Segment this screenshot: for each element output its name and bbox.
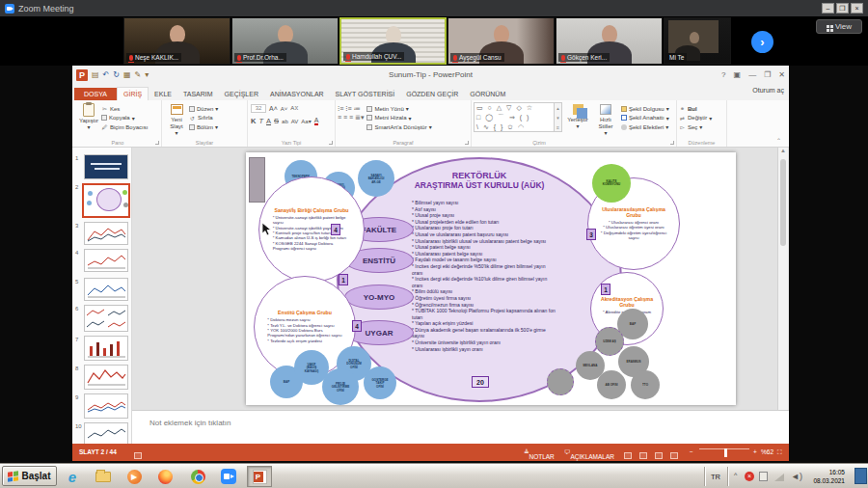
participant-video-active[interactable]: Hamdullah ÇUV... — [339, 17, 447, 65]
tab-ekle[interactable]: EKLE — [149, 88, 177, 100]
view-button[interactable]: View — [816, 19, 862, 34]
grow-font-icon[interactable]: A˄ — [269, 105, 278, 112]
gray-circle-partial[interactable] — [547, 368, 574, 395]
start-button[interactable]: Başlat — [2, 466, 57, 486]
zoom-level[interactable]: %62 — [761, 448, 773, 455]
notes-toggle[interactable]: ≜ NOTLAR — [524, 448, 529, 456]
slide-thumbnail-4[interactable] — [84, 249, 128, 272]
slide-thumbnail-5[interactable] — [84, 278, 128, 301]
restore-icon[interactable]: ❐ — [764, 70, 771, 79]
workgroup-sanayi[interactable]: Sanayi/İş Birliği Çalışma Grubu * Üniver… — [258, 176, 365, 283]
powerpoint-taskbar-icon[interactable] — [247, 466, 272, 487]
change-case-icon[interactable]: Aa▾ — [301, 118, 311, 124]
minimize-icon[interactable]: — — [748, 70, 756, 79]
slide-thumbnail-6[interactable] — [84, 305, 128, 332]
format-painter-button[interactable]: 🖉Biçim Boyacısı — [101, 123, 148, 130]
blue-circle-proje[interactable]: PROJE GELİŞTİRME OFİSİ — [322, 368, 359, 405]
shapes-scroll[interactable]: ▴▾≡ — [555, 102, 562, 132]
bullet-list-icon[interactable]: ⁝≡ ⁝≡ ≔ — [338, 105, 364, 113]
participant-video[interactable]: Ayşegül Cansu — [448, 17, 555, 65]
select-button[interactable]: ▻Seç ▾ — [679, 123, 724, 130]
hidden-icons-icon[interactable]: ^ — [734, 472, 737, 478]
minimize-icon[interactable]: – — [822, 3, 834, 14]
restore-icon[interactable]: ❐ — [836, 3, 849, 14]
font-size-box[interactable]: 32 — [251, 104, 266, 113]
text-direction-button[interactable]: Metin Yönü ▾ — [366, 105, 431, 112]
quick-styles-button[interactable]: Hızlı Stiller▾ — [593, 102, 618, 137]
badge-3[interactable]: 3 — [586, 229, 596, 240]
language-indicator[interactable]: TR — [711, 473, 720, 481]
participant-video[interactable]: Gökçen Keri... — [556, 17, 663, 65]
fit-slide-icon[interactable]: ⛶ — [777, 448, 782, 456]
underline-button[interactable]: A — [266, 117, 271, 125]
action-center-alert-icon[interactable]: × — [745, 472, 754, 481]
collapse-ribbon-icon[interactable]: ⌃ — [776, 137, 781, 144]
clear-format-icon[interactable]: A𝚡 — [290, 105, 298, 112]
redo-icon[interactable]: ↻ — [113, 70, 120, 79]
participant-video[interactable]: Neşe KAKLIK... — [123, 17, 231, 65]
zoom-taskbar-icon[interactable] — [216, 466, 241, 487]
sign-in-link[interactable]: Oturum aç — [752, 87, 784, 94]
gray-circle-uzem[interactable]: UZEM AŞ — [595, 327, 624, 356]
tray-app-icon[interactable] — [759, 472, 768, 481]
notes-pane[interactable]: Not eklemek için tıklatın — [132, 410, 789, 444]
slide-thumbnail-8[interactable] — [84, 365, 128, 390]
dialog-launcher-icon[interactable] — [329, 141, 333, 145]
file-explorer-icon[interactable] — [91, 466, 116, 487]
comments-toggle[interactable]: 🗩 AÇIKLAMALAR — [564, 448, 571, 455]
slide-thumbnail-2-selected[interactable] — [82, 183, 130, 218]
media-player-icon[interactable]: ▶ — [122, 466, 147, 487]
slide-thumbnail-7[interactable] — [84, 336, 128, 361]
gray-circle-ab[interactable]: AB OFİSİ — [597, 370, 626, 399]
cut-button[interactable]: ✂Kes — [101, 105, 148, 112]
slideshow-icon[interactable]: ▦ — [123, 70, 131, 79]
help-icon[interactable]: ? — [721, 70, 725, 79]
firefox-icon[interactable] — [152, 466, 177, 487]
tab-slayt-gosterisi[interactable]: SLAYT GÖSTERİSİ — [330, 88, 401, 100]
unit-yo-myo[interactable]: YO-MYO — [344, 285, 414, 310]
clock[interactable]: 16:05 08.03.2021 — [808, 468, 845, 485]
participant-video[interactable]: Mi Te — [664, 17, 731, 65]
ribbon-display-icon[interactable]: ▣ — [734, 70, 742, 79]
find-button[interactable]: ⚭Bul — [679, 105, 724, 112]
touch-mode-icon[interactable]: ✎ — [135, 70, 142, 79]
close-icon[interactable]: ✕ — [778, 70, 785, 79]
tab-giris[interactable]: GİRİŞ — [117, 87, 149, 100]
tab-animasyonlar[interactable]: ANİMASYONLAR — [264, 88, 330, 100]
tab-dosya[interactable]: DOSYA — [74, 88, 117, 100]
slide-thumbnail-3[interactable] — [84, 222, 128, 245]
dialog-launcher-icon[interactable] — [670, 141, 674, 145]
zoom-in-icon[interactable]: + — [753, 448, 757, 455]
zoom-slider-thumb[interactable] — [724, 448, 727, 457]
tray-blue-icon[interactable] — [854, 468, 867, 484]
zoom-out-icon[interactable]: − — [690, 448, 693, 455]
slide-thumbnail-1[interactable] — [84, 154, 128, 179]
replace-button[interactable]: ⇄Değiştir ▾ — [679, 115, 724, 122]
badge-1[interactable]: 1 — [339, 274, 348, 285]
bold-button[interactable]: K — [251, 117, 256, 125]
align-icons[interactable]: ≡ ≡ ≡ ≣▾ — [338, 114, 364, 122]
chrome-icon[interactable] — [185, 466, 210, 487]
internet-explorer-icon[interactable]: e — [60, 466, 85, 487]
font-color-button[interactable]: A — [314, 117, 319, 125]
close-icon[interactable]: × — [851, 3, 863, 14]
shape-outline-button[interactable]: Şekil Anahattı ▾ — [621, 115, 669, 122]
tab-gecisler[interactable]: GEÇİŞLER — [219, 88, 264, 100]
blue-circle-bakanlik[interactable]: SANAYİ BAKANLIĞI AR-GE — [358, 160, 394, 197]
arrange-button[interactable]: Yerleştir▾ — [565, 102, 590, 137]
next-participants-button[interactable]: › — [751, 31, 773, 53]
shadow-button[interactable]: ab — [282, 119, 288, 124]
speaker-icon[interactable]: ◄) — [791, 472, 802, 481]
tab-tasarim[interactable]: TASARIM — [177, 88, 219, 100]
copy-button[interactable]: Kopyala ▾ — [101, 115, 148, 122]
current-slide[interactable]: REKTÖRLÜK ARAŞTIRMA ÜST KURULU (AÜK) * B… — [246, 152, 736, 405]
network-icon[interactable] — [774, 474, 784, 481]
char-spacing-icon[interactable]: AV — [291, 119, 299, 124]
layout-button[interactable]: Düzen ▾ — [189, 105, 218, 112]
qat-customize-icon[interactable]: ▾ — [145, 70, 149, 79]
slide-indicator[interactable]: SLAYT 2 / 44 — [79, 448, 117, 455]
save-icon[interactable]: ▤ — [92, 70, 99, 79]
shape-effects-button[interactable]: Şekil Efektleri ▾ — [621, 123, 669, 130]
strikethrough-button[interactable]: S — [274, 117, 279, 125]
tab-gozden-gecir[interactable]: GÖZDEN GEÇİR — [400, 88, 464, 100]
